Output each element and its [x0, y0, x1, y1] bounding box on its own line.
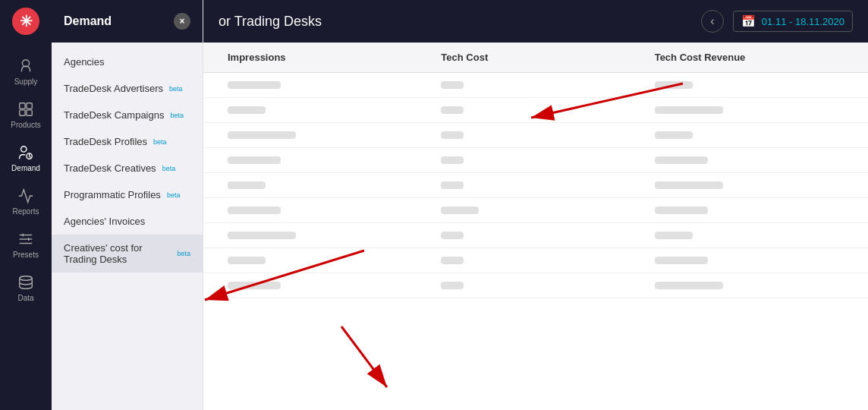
main-content: or Trading Desks ‹ 📅 01.11 - 18.11.2020 …	[203, 0, 868, 410]
table-row	[203, 148, 868, 173]
cell	[215, 123, 429, 147]
sidebar-menu: Agencies TradeDesk Advertisers beta Trad…	[52, 43, 203, 279]
sidebar-menu-item-tradedesk-profiles[interactable]: TradeDesk Profiles beta	[52, 128, 203, 155]
sidebar-item-products[interactable]: Products	[0, 93, 52, 137]
cell	[215, 248, 429, 273]
sidebar-menu-item-creatives-cost[interactable]: Creatives' cost for Trading Desks beta	[52, 235, 203, 273]
cell	[429, 73, 642, 97]
left-navigation: ✳ Supply Products Demand Reports Prese	[0, 0, 52, 410]
sidebar-menu-item-tradedesk-advertisers[interactable]: TradeDesk Advertisers beta	[52, 75, 203, 102]
svg-rect-3	[20, 110, 25, 115]
reports-icon	[17, 188, 34, 204]
svg-rect-1	[20, 103, 25, 109]
cell	[215, 148, 429, 172]
sidebar-menu-item-programmatic-profiles[interactable]: Programmatic Profiles beta	[52, 181, 203, 208]
table-row	[203, 273, 868, 298]
cell	[215, 98, 429, 122]
table-row	[203, 123, 868, 148]
app-logo[interactable]: ✳	[12, 8, 39, 35]
table-area: Impressions Tech Cost Tech Cost Revenue	[203, 43, 868, 410]
cell	[429, 248, 642, 273]
table-row	[203, 198, 868, 223]
date-range-label: 01.11 - 18.11.2020	[762, 16, 844, 27]
sidebar-menu-item-tradedesk-campaigns[interactable]: TradeDesk Campaigns beta	[52, 102, 203, 128]
cell	[429, 123, 642, 147]
cell	[429, 173, 642, 197]
cell	[215, 173, 429, 197]
cell	[215, 273, 429, 298]
demand-icon	[17, 144, 34, 161]
beta-badge: beta	[170, 112, 184, 119]
beta-badge: beta	[162, 165, 176, 172]
beta-badge: beta	[169, 85, 183, 93]
sidebar-menu-item-agencies[interactable]: Agencies	[52, 49, 203, 75]
table-row	[203, 248, 868, 273]
cell	[643, 173, 856, 197]
date-range-picker[interactable]: 📅 01.11 - 18.11.2020	[733, 11, 853, 32]
cell	[643, 73, 856, 97]
table-row	[203, 223, 868, 248]
data-icon	[17, 274, 34, 291]
cell	[643, 98, 856, 122]
calendar-icon: 📅	[741, 14, 756, 28]
sidebar-item-demand[interactable]: Demand	[0, 137, 52, 180]
cell	[215, 198, 429, 222]
cell	[643, 198, 856, 222]
cell	[643, 248, 856, 273]
data-table: Impressions Tech Cost Tech Cost Revenue	[203, 43, 868, 298]
table-row	[203, 98, 868, 123]
top-bar: or Trading Desks ‹ 📅 01.11 - 18.11.2020	[203, 0, 868, 43]
sidebar-item-supply[interactable]: Supply	[0, 50, 52, 93]
col-header-impressions: Impressions	[215, 43, 429, 72]
table-row	[203, 73, 868, 98]
sidebar-item-data[interactable]: Data	[0, 266, 52, 310]
cell	[643, 123, 856, 147]
sidebar-dropdown-title: Demand	[64, 14, 112, 28]
svg-rect-4	[27, 110, 32, 115]
sidebar-item-reports[interactable]: Reports	[0, 180, 52, 223]
cell	[429, 223, 642, 248]
presets-icon	[17, 231, 34, 248]
cell	[215, 73, 429, 97]
sidebar-menu-item-agencies-invoices[interactable]: Agencies' Invoices	[52, 208, 203, 235]
cell	[215, 223, 429, 248]
sidebar-menu-item-tradedesk-creatives[interactable]: TradeDesk Creatives beta	[52, 155, 203, 181]
col-header-tech-cost: Tech Cost	[429, 43, 642, 72]
back-button[interactable]: ‹	[701, 10, 724, 33]
col-header-tech-cost-revenue: Tech Cost Revenue	[643, 43, 856, 72]
svg-point-5	[21, 147, 27, 152]
beta-badge: beta	[167, 191, 181, 199]
supply-icon	[17, 58, 34, 74]
table-row	[203, 173, 868, 198]
sidebar-close-button[interactable]: ×	[174, 13, 190, 30]
sidebar-item-presets[interactable]: Presets	[0, 223, 52, 266]
beta-badge: beta	[153, 138, 167, 146]
top-bar-right: ‹ 📅 01.11 - 18.11.2020	[701, 10, 853, 33]
sidebar-dropdown: Demand × Agencies TradeDesk Advertisers …	[52, 0, 203, 410]
svg-rect-2	[27, 103, 32, 109]
table-header: Impressions Tech Cost Tech Cost Revenue	[203, 43, 868, 73]
cell	[429, 273, 642, 298]
sidebar-dropdown-header: Demand ×	[52, 0, 203, 43]
cell	[429, 98, 642, 122]
page-title: or Trading Desks	[219, 14, 322, 30]
svg-point-12	[20, 276, 33, 281]
cell	[643, 148, 856, 172]
cell	[429, 148, 642, 172]
beta-badge: beta	[177, 250, 190, 257]
cell	[429, 198, 642, 222]
products-icon	[17, 101, 34, 118]
cell	[643, 273, 856, 298]
cell	[643, 223, 856, 248]
